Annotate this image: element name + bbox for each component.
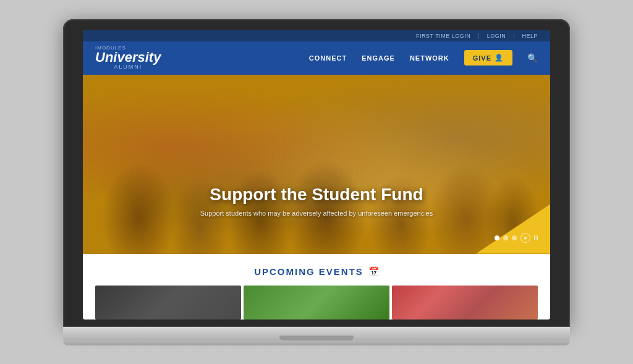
people-overlay [83, 75, 550, 254]
pause-line-2 [537, 235, 538, 240]
nav-connect[interactable]: CONNECT [309, 54, 347, 62]
logo-university: University [95, 51, 161, 64]
carousel-dot-3[interactable] [512, 235, 517, 240]
carousel-dot-1[interactable] [495, 235, 499, 240]
hero-content: Support the Student Fund Support student… [83, 185, 550, 217]
nav-engage[interactable]: ENGAGE [362, 54, 395, 62]
carousel-dot-2[interactable] [503, 235, 508, 240]
calendar-icon: 📅 [368, 266, 379, 276]
hero-title: Support the Student Fund [108, 185, 525, 205]
hero-subtitle: Support students who may be adversely af… [108, 210, 525, 217]
sep-1: | [478, 33, 479, 39]
give-icon: 👤 [495, 54, 504, 62]
play-icon: ▶ [524, 235, 527, 240]
nav-network[interactable]: NETWORK [410, 54, 449, 62]
first-time-login-link[interactable]: FIRST TIME LOGIN [416, 33, 470, 39]
events-section: UPCOMING EVENTS 📅 [83, 254, 550, 320]
event-thumb-3[interactable] [392, 286, 538, 320]
event-thumb-2[interactable] [244, 286, 389, 320]
nav-links: CONNECT ENGAGE NETWORK GIVE 👤 🔍 [309, 50, 538, 66]
screen-bezel: FIRST TIME LOGIN | LOGIN | HELP IMODULES… [63, 19, 570, 327]
give-button[interactable]: GIVE 👤 [464, 50, 512, 66]
events-thumbnails [95, 286, 538, 320]
events-header: UPCOMING EVENTS 📅 [95, 266, 538, 277]
sep-2: | [513, 33, 514, 39]
logo-alumni: Alumni [95, 64, 161, 70]
give-label: GIVE [473, 54, 491, 62]
laptop-container: FIRST TIME LOGIN | LOGIN | HELP IMODULES… [63, 19, 570, 345]
hero-section: Support the Student Fund Support student… [83, 75, 550, 254]
carousel-play[interactable]: ▶ [520, 233, 530, 243]
laptop-foot [63, 341, 570, 345]
logo[interactable]: IMODULES University Alumni [95, 46, 161, 70]
website: FIRST TIME LOGIN | LOGIN | HELP IMODULES… [83, 30, 550, 320]
event-thumb-1[interactable] [95, 286, 241, 320]
events-title: UPCOMING EVENTS [254, 266, 363, 277]
laptop-screen: FIRST TIME LOGIN | LOGIN | HELP IMODULES… [83, 30, 550, 320]
carousel-controls: ▶ [495, 233, 538, 243]
main-nav: IMODULES University Alumni CONNECT ENGAG… [83, 41, 550, 75]
help-link[interactable]: HELP [522, 33, 538, 39]
laptop-base [63, 327, 570, 341]
carousel-pause[interactable] [534, 235, 538, 240]
pause-line-1 [534, 235, 535, 240]
login-link[interactable]: LOGIN [487, 33, 506, 39]
utility-bar: FIRST TIME LOGIN | LOGIN | HELP [83, 30, 550, 41]
search-icon[interactable]: 🔍 [527, 53, 538, 63]
